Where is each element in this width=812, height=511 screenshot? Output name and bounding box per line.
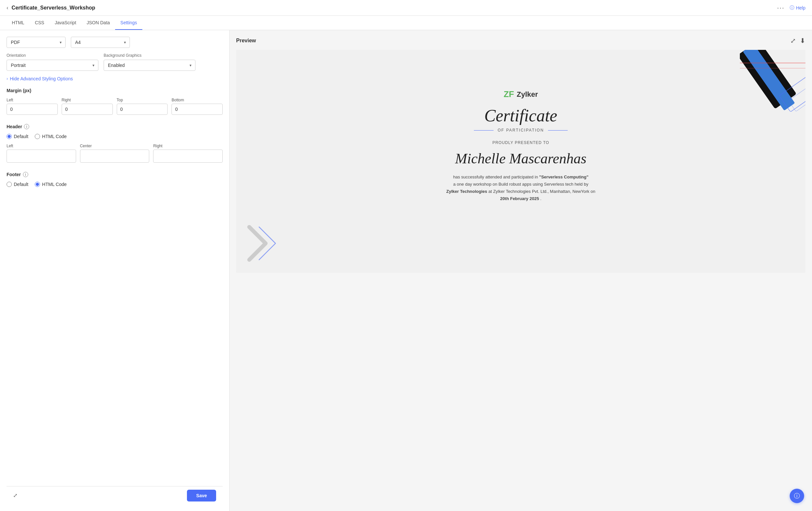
bg-graphics-select-wrapper: Enabled Disabled (104, 60, 196, 71)
top-bar: ‹ Certificate_Serverless_Workshop ··· ⓘ … (0, 0, 812, 16)
footer-default-label: Default (14, 182, 28, 187)
certificate-container: ZF Zylker Certificate OF PARTICIPATION P… (236, 50, 806, 273)
floating-help-button[interactable]: ⓘ (790, 489, 804, 503)
header-fields-grid: Left Center Right (6, 144, 223, 163)
orientation-select-wrapper: Portrait Landscape (6, 60, 98, 71)
cert-body-text4: on (591, 189, 595, 194)
preview-actions: ⤢ ⬇ (790, 37, 806, 45)
expand-icon: ⤢ (790, 37, 796, 44)
margin-right-label: Right (62, 98, 113, 102)
header-left-label: Left (6, 144, 76, 148)
preview-download-button[interactable]: ⬇ (800, 37, 806, 45)
header-center-input[interactable] (80, 149, 149, 163)
cert-recipient-name: Michelle Mascarenhas (455, 150, 586, 167)
preview-title: Preview (236, 38, 256, 44)
margin-bottom-input[interactable] (172, 104, 223, 115)
tabs-bar: HTML CSS JavaScript JSON Data Settings (0, 16, 812, 30)
footer-title: Footer i (6, 172, 223, 177)
tab-html[interactable]: HTML (6, 16, 30, 30)
page-size-select-wrapper: A4 A3 Letter Legal (71, 37, 130, 48)
cert-logo: ZF Zylker (504, 89, 538, 100)
tab-settings[interactable]: Settings (115, 16, 142, 30)
cert-body: has successfully attended and participat… (442, 173, 600, 202)
header-html-label: HTML Code (42, 134, 66, 139)
footer-section: Footer i Default HTML Code (6, 172, 223, 192)
chevron-down-icon: › (6, 77, 8, 81)
margin-right-field: Right (62, 98, 113, 115)
cert-presented: PROUDLY PRESENTED TO (492, 140, 549, 145)
app-container: ‹ Certificate_Serverless_Workshop ··· ⓘ … (0, 0, 812, 511)
more-button[interactable]: ··· (777, 4, 785, 11)
preview-header: Preview ⤢ ⬇ (236, 37, 806, 45)
advanced-toggle-label: Hide Advanced Styling Options (10, 76, 73, 81)
preview-expand-button[interactable]: ⤢ (790, 37, 796, 45)
cert-event-name: "Serverless Computing" (539, 174, 588, 179)
cert-logo-text: Zylker (517, 90, 538, 99)
header-left-input[interactable] (6, 149, 76, 163)
back-button[interactable]: ‹ (6, 5, 8, 11)
footer-info-icon[interactable]: i (23, 172, 28, 177)
cert-title: Certificate (484, 106, 557, 125)
footer-html-radio-label[interactable]: HTML Code (35, 182, 66, 187)
expand-button[interactable]: ⤢ (13, 492, 18, 499)
download-icon: ⬇ (800, 37, 806, 44)
cert-body-text3: at (488, 189, 493, 194)
margin-left-input[interactable] (6, 104, 58, 115)
orientation-label: Orientation (6, 53, 98, 58)
margin-top-input[interactable] (117, 104, 168, 115)
header-info-icon[interactable]: i (24, 124, 29, 129)
footer-default-radio-label[interactable]: Default (6, 182, 28, 187)
orientation-group: Orientation Portrait Landscape (6, 53, 98, 71)
footer-default-radio[interactable] (6, 182, 12, 187)
deco-bottom-left-svg (236, 201, 302, 273)
cert-body-text5: . (540, 196, 542, 201)
certificate: ZF Zylker Certificate OF PARTICIPATION P… (236, 50, 806, 273)
header-default-radio[interactable] (6, 134, 12, 139)
bg-graphics-label: Background Graphics (104, 53, 196, 58)
orientation-select[interactable]: Portrait Landscape (6, 60, 98, 71)
footer-html-label: HTML Code (42, 182, 66, 187)
header-right-input[interactable] (153, 149, 223, 163)
format-select[interactable]: PDF PNG JPEG (6, 37, 66, 48)
help-circle-icon: ⓘ (790, 5, 794, 11)
cert-body-text2: a one day workshop on Build robust apps … (453, 182, 588, 187)
header-right-label: Right (153, 144, 223, 148)
margin-section: Margin (px) Left Right Top (6, 88, 223, 115)
margin-title: Margin (px) (6, 88, 223, 93)
help-label: Help (796, 5, 806, 10)
header-html-radio-label[interactable]: HTML Code (35, 134, 66, 139)
margin-right-input[interactable] (62, 104, 113, 115)
margin-top-field: Top (117, 98, 168, 115)
format-select-wrapper: PDF PNG JPEG (6, 37, 66, 48)
cert-logo-icon: ZF (504, 89, 514, 100)
cert-company-name: Zylker Technologies (446, 189, 487, 194)
margin-bottom-label: Bottom (172, 98, 223, 102)
footer-html-radio[interactable] (35, 182, 40, 187)
header-title-text: Header (6, 124, 22, 129)
bg-graphics-select[interactable]: Enabled Disabled (104, 60, 196, 71)
header-title: Header i (6, 124, 223, 129)
help-button[interactable]: ⓘ Help (790, 5, 806, 11)
margin-top-label: Top (117, 98, 168, 102)
top-bar-right: ··· ⓘ Help (777, 4, 806, 11)
cert-venue: Zylker Technologies Pvt. Ltd., Manhattan… (493, 189, 589, 194)
top-bar-left: ‹ Certificate_Serverless_Workshop (6, 5, 95, 11)
tab-css[interactable]: CSS (30, 16, 50, 30)
header-left-field: Left (6, 144, 76, 163)
bottom-bar: ⤢ Save (6, 486, 223, 505)
save-button[interactable]: Save (187, 490, 216, 502)
header-radio-group: Default HTML Code (6, 134, 223, 139)
header-default-label: Default (14, 134, 28, 139)
advanced-toggle-button[interactable]: › Hide Advanced Styling Options (6, 76, 223, 81)
header-html-radio[interactable] (35, 134, 40, 139)
margin-bottom-field: Bottom (172, 98, 223, 115)
footer-title-text: Footer (6, 172, 21, 177)
tab-javascript[interactable]: JavaScript (50, 16, 81, 30)
margin-grid: Left Right Top Bottom (6, 98, 223, 115)
cert-date: 20th February 2025 (500, 196, 539, 201)
header-right-field: Right (153, 144, 223, 163)
margin-left-label: Left (6, 98, 58, 102)
page-size-select[interactable]: A4 A3 Letter Legal (71, 37, 130, 48)
tab-json-data[interactable]: JSON Data (81, 16, 115, 30)
header-default-radio-label[interactable]: Default (6, 134, 28, 139)
